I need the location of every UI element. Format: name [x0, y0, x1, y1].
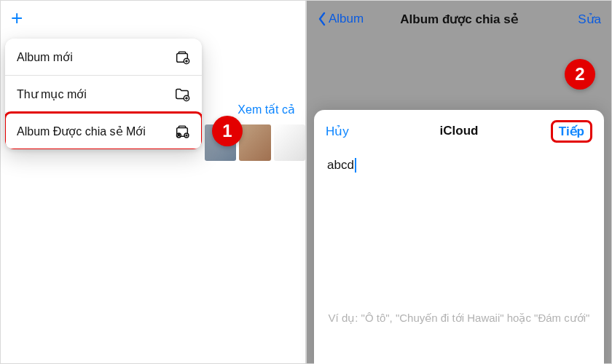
input-value: abcd — [327, 158, 354, 173]
thumbnail — [274, 124, 305, 161]
text-cursor — [355, 158, 356, 173]
phone-left: + Xem tất cả Album mới Thư mụ — [0, 0, 306, 364]
add-menu-popup: Album mới Thư mục mới — [5, 39, 202, 149]
menu-item-new-album[interactable]: Album mới — [5, 39, 202, 76]
screenshot-pair: + Xem tất cả Album mới Thư mụ — [0, 0, 612, 364]
menu-item-label: Album mới — [17, 50, 73, 64]
next-button[interactable]: Tiếp — [551, 120, 592, 143]
thumbnail — [239, 124, 270, 161]
shared-album-add-icon — [174, 123, 190, 139]
menu-item-label: Album Được chia sẻ Mới — [17, 124, 146, 138]
back-label: Album — [329, 12, 364, 26]
cancel-button[interactable]: Hủy — [326, 124, 349, 139]
phone-right: Album Album được chia sẻ Sửa 2 Hủy iClou… — [306, 0, 612, 364]
menu-item-new-folder[interactable]: Thư mục mới — [5, 76, 202, 113]
menu-item-label: Thư mục mới — [17, 87, 87, 101]
edit-button[interactable]: Sửa — [578, 12, 601, 27]
folder-add-icon — [174, 86, 190, 102]
nav-bar: Album Album được chia sẻ Sửa — [307, 1, 611, 37]
see-all-link[interactable]: Xem tất cả — [238, 103, 295, 116]
step-badge-2: 2 — [565, 59, 595, 90]
add-button[interactable]: + — [11, 8, 23, 28]
album-add-icon — [174, 49, 190, 65]
chevron-left-icon — [317, 12, 327, 26]
step-badge-1: 1 — [212, 116, 243, 146]
album-name-input[interactable]: abcd — [326, 155, 592, 175]
menu-item-new-shared-album[interactable]: Album Được chia sẻ Mới — [5, 113, 202, 149]
back-button[interactable]: Album — [317, 12, 364, 26]
icloud-sheet: Hủy iCloud Tiếp abcd Ví dụ: "Ô tô", "Chu… — [314, 110, 604, 364]
input-placeholder-hint: Ví dụ: "Ô tô", "Chuyến đi tới Hawaii" ho… — [326, 309, 592, 327]
sheet-header: Hủy iCloud Tiếp — [326, 120, 592, 142]
